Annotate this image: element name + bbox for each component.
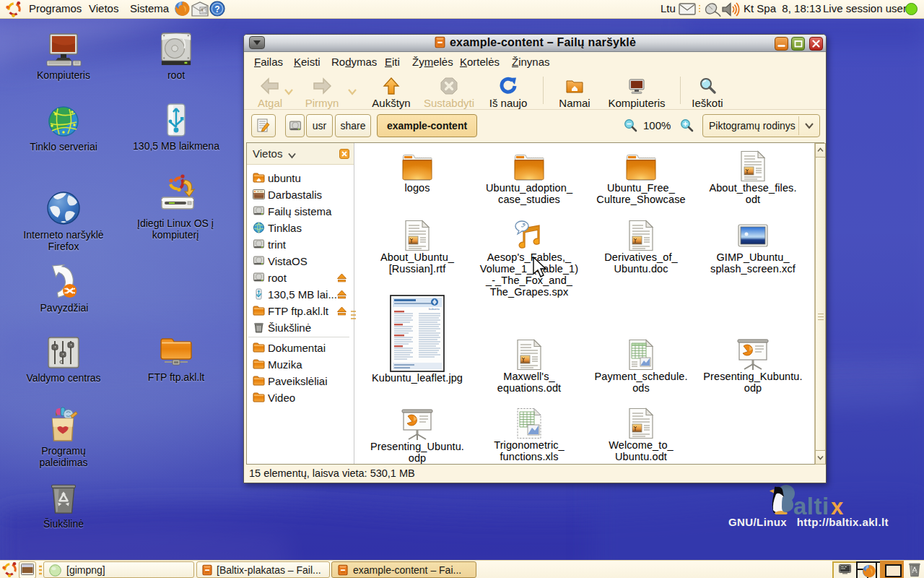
- svg-text:GNU/Linux http://baltix.akl.: GNU/Linux http://baltix.akl.lt: [728, 516, 889, 528]
